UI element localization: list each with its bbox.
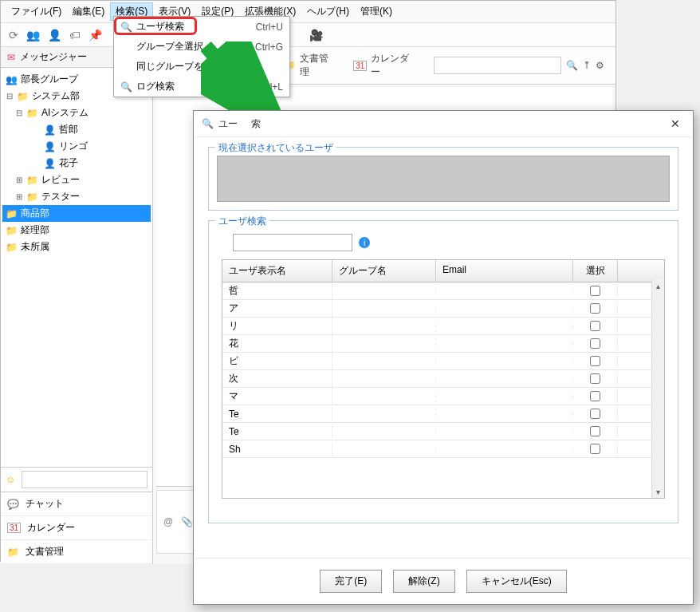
messenger-label: メッセンジャー [20, 50, 87, 64]
user-icon: 👤 [44, 124, 56, 136]
select-checkbox[interactable] [590, 373, 600, 384]
cell-name: ア [222, 300, 332, 317]
table-row[interactable]: ビ [222, 353, 664, 370]
table-row[interactable]: Te [222, 405, 664, 423]
tree-unassigned[interactable]: 📁未所属 [2, 239, 151, 255]
cell-email [436, 342, 573, 345]
attachment-icon[interactable]: 📎 [181, 516, 193, 527]
info-icon[interactable]: i [359, 237, 370, 248]
refresh-icon[interactable]: ⟳ [9, 29, 18, 41]
collapse-icon[interactable]: ⊟ [15, 109, 23, 117]
table-row[interactable]: リ [222, 318, 664, 335]
quick-input[interactable] [22, 471, 147, 488]
nav-calendar[interactable]: 31カレンダー [1, 516, 152, 540]
video-icon[interactable]: 🎥 [309, 29, 323, 41]
menu-edit[interactable]: 編集(E) [67, 2, 110, 21]
cell-group [332, 377, 436, 381]
select-checkbox[interactable] [590, 321, 600, 331]
menu-admin[interactable]: 管理(K) [355, 2, 398, 21]
expand-icon[interactable]: ⊞ [15, 192, 23, 201]
col-select[interactable]: 選択 [573, 260, 618, 282]
select-checkbox[interactable] [590, 338, 600, 349]
user-icon[interactable]: 👤 [48, 29, 61, 41]
tab-calendar[interactable]: 31カレンダー [353, 52, 418, 79]
folder-icon: 📁 [26, 108, 38, 119]
tree-ai[interactable]: ⊟📁AIシステム [2, 105, 151, 121]
dialog-titlebar: 🔍ユー 索 ✕ [194, 111, 693, 137]
tree-user-tetsuro[interactable]: 👤哲郎 [2, 121, 151, 138]
menu-file[interactable]: ファイル(F) [6, 2, 67, 21]
folder-icon: 📁 [6, 208, 18, 219]
cell-name: マ [222, 388, 332, 405]
select-checkbox[interactable] [590, 426, 600, 436]
pin-icon[interactable]: 📌 [88, 29, 102, 41]
menu-help[interactable]: ヘルプ(H) [301, 2, 355, 21]
cell-select [573, 302, 618, 315]
cell-group [332, 325, 436, 328]
tree-accounting[interactable]: 📁経理部 [2, 222, 151, 239]
at-icon[interactable]: @ [163, 516, 173, 527]
table-row[interactable]: マ [222, 388, 664, 405]
tree-user-hanako[interactable]: 👤花子 [2, 155, 151, 172]
done-button[interactable]: 完了(E) [320, 570, 382, 593]
nav-docs[interactable]: 📁文書管理 [1, 540, 152, 564]
collapse-icon[interactable]: ⊟ [6, 92, 14, 101]
users-icon[interactable]: 👥 [26, 29, 40, 41]
col-group-name[interactable]: グループ名 [332, 260, 436, 282]
table-row[interactable]: ア [222, 300, 664, 318]
select-checkbox[interactable] [590, 303, 600, 314]
menu-group-select-all[interactable]: グループ全選択 Ctrl+G [114, 37, 289, 57]
emoji-icon[interactable]: ☺ [6, 474, 15, 485]
user-icon: 👤 [44, 158, 56, 169]
user-search-dialog: 🔍ユー 索 ✕ 現在選択されているユーザ ユーザ検索 i ユーザ表示名 グループ… [193, 110, 694, 605]
table-row[interactable]: 哲 [222, 282, 664, 300]
gear-icon[interactable]: ⚙ [596, 60, 604, 71]
tree-tester[interactable]: ⊞📁テスター [2, 188, 151, 205]
folder-icon: 📁 [6, 225, 18, 236]
table-row[interactable]: Te [222, 423, 664, 440]
table-row[interactable]: 次 [222, 370, 664, 388]
table-row[interactable]: Sh [222, 440, 664, 458]
select-checkbox[interactable] [590, 286, 600, 296]
tree-product[interactable]: 📁商品部 [2, 205, 151, 222]
table-row[interactable]: 花 [222, 335, 664, 353]
folder-icon: 📁 [7, 547, 19, 558]
jump-top-icon[interactable]: ⤒ [583, 60, 591, 71]
cell-group [332, 395, 436, 398]
menu-user-search[interactable]: 🔍 ユーザ検索 Ctrl+U [114, 17, 289, 37]
cell-group [332, 430, 436, 433]
scroll-down-icon[interactable]: ▾ [652, 485, 664, 498]
select-checkbox[interactable] [590, 391, 600, 401]
tree-user-ringo[interactable]: 👤リンゴ [2, 138, 151, 155]
nav-chat[interactable]: 💬チャット [1, 492, 152, 516]
group-icon: 👥 [6, 74, 18, 85]
selected-users-box [217, 156, 670, 202]
cell-name: Te [222, 424, 332, 439]
tag-icon[interactable]: 🏷 [69, 29, 81, 41]
user-search-input[interactable] [233, 234, 352, 251]
cell-name: Sh [222, 442, 332, 456]
col-display-name[interactable]: ユーザ表示名 [222, 260, 332, 282]
select-checkbox[interactable] [590, 444, 600, 454]
cell-select [573, 389, 618, 403]
close-button[interactable]: ✕ [666, 116, 685, 132]
expand-icon[interactable]: ⊞ [15, 176, 23, 184]
select-checkbox[interactable] [590, 409, 600, 419]
vertical-scrollbar[interactable]: ▴ ▾ [651, 279, 664, 498]
dialog-body: 現在選択されているユーザ ユーザ検索 i ユーザ表示名 グループ名 Email … [194, 137, 693, 558]
tab-docs[interactable]: 📁文書管理 [284, 52, 337, 79]
clear-button[interactable]: 解除(Z) [393, 570, 454, 593]
cancel-button[interactable]: キャンセル(Esc) [466, 570, 567, 593]
search-input[interactable] [434, 57, 561, 74]
cell-email [436, 448, 573, 451]
cell-name: 次 [222, 370, 332, 387]
scroll-up-icon[interactable]: ▴ [652, 279, 664, 292]
col-email[interactable]: Email [436, 260, 573, 282]
cell-group [332, 360, 436, 363]
menu-log-search[interactable]: 🔍 ログ検索 Ctrl+L [114, 77, 289, 97]
select-checkbox[interactable] [590, 356, 600, 366]
menu-same-group-select[interactable]: 同じグループを全選択 [114, 57, 289, 77]
cell-group [332, 290, 436, 293]
tree-review[interactable]: ⊞📁レビュー [2, 172, 151, 188]
search-icon[interactable]: 🔍 [566, 60, 578, 71]
